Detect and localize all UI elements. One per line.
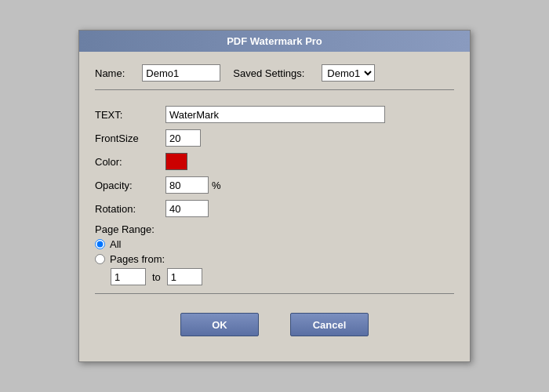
page-to-input[interactable] [167,268,202,285]
page-range-title: Page Range: [95,223,454,235]
color-picker[interactable] [165,153,187,170]
text-field-row: TEXT: [95,106,454,123]
name-input[interactable] [142,64,220,82]
frontsize-field-row: FrontSize [95,129,454,147]
pages-from-radio[interactable] [95,254,105,264]
all-radio[interactable] [95,239,105,249]
separator-1 [95,89,454,90]
frontsize-label: FrontSize [95,132,165,144]
title-bar: PDF Watermark Pro [79,31,470,52]
rotation-field-row: Rotation: [95,200,454,217]
saved-settings-select[interactable]: Demo1 [322,64,375,82]
all-radio-row: All [95,238,454,250]
to-label: to [152,271,161,283]
dialog-body: Name: Saved Settings: Demo1 TEXT: FrontS… [79,52,470,361]
pages-from-label: Pages from: [110,253,165,265]
color-label: Color: [95,156,165,168]
pages-from-radio-row: Pages from: [95,253,454,265]
dialog: PDF Watermark Pro Name: Saved Settings: … [78,30,471,362]
button-row: OK Cancel [95,302,454,349]
text-label: TEXT: [95,109,165,121]
ok-button[interactable]: OK [180,313,259,336]
saved-settings-label: Saved Settings: [233,67,304,79]
opacity-label: Opacity: [95,180,165,191]
percent-symbol: % [212,180,221,191]
name-label: Name: [95,67,125,79]
rotation-label: Rotation: [95,203,165,215]
cancel-button[interactable]: Cancel [290,313,369,336]
color-field-row: Color: [95,153,454,170]
page-inputs-row: to [111,268,454,285]
page-from-input[interactable] [111,268,146,285]
title-text: PDF Watermark Pro [227,35,322,47]
opacity-input[interactable] [165,176,209,194]
text-section: TEXT: FrontSize Color: Opacity: % Rotati [95,98,454,285]
opacity-field-row: Opacity: % [95,176,454,194]
text-input[interactable] [165,106,385,123]
separator-2 [95,293,454,294]
page-range-section: Page Range: All Pages from: to [95,223,454,285]
frontsize-input[interactable] [165,129,201,147]
name-row: Name: Saved Settings: Demo1 [95,64,454,82]
rotation-input[interactable] [165,200,209,217]
all-label: All [110,238,121,250]
